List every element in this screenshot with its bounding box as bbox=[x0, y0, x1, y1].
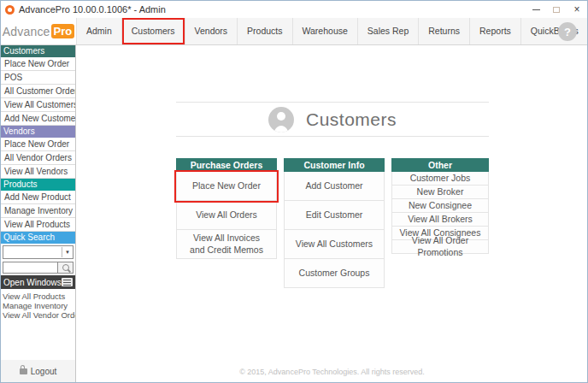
quick-search-header: Quick Search bbox=[1, 232, 75, 244]
column-other: OtherCustomer JobsNew BrokerNew Consigne… bbox=[391, 158, 489, 254]
sidebar-section-header-products: Products bbox=[1, 179, 75, 191]
menu-item-view-all-orders[interactable]: View All Orders bbox=[176, 201, 277, 230]
open-window-manage-inventory[interactable]: Manage Inventory bbox=[3, 301, 75, 310]
close-button[interactable]: × bbox=[567, 1, 587, 18]
column-header-purchase-orders: Purchase Orders bbox=[176, 158, 277, 172]
logo-text: Advance bbox=[3, 25, 50, 38]
column-header-other: Other bbox=[391, 158, 489, 172]
column-header-customer-info: Customer Info bbox=[284, 158, 385, 172]
minimize-button[interactable] bbox=[526, 1, 546, 18]
sidebar-item-all-vendor-orders[interactable]: All Vendor Orders bbox=[1, 151, 75, 165]
sidebar-section-header-customers: Customers bbox=[1, 45, 75, 57]
sidebar-item-manage-inventory[interactable]: Manage Inventory bbox=[1, 204, 75, 218]
main-content: Customers Purchase OrdersPlace New Order… bbox=[77, 45, 587, 382]
menu-columns: Purchase OrdersPlace New OrderView All O… bbox=[176, 158, 489, 288]
nav-item-quickbooks[interactable]: QuickBooks bbox=[521, 18, 588, 44]
open-window-view-all-products[interactable]: View All Products bbox=[3, 292, 75, 301]
window-title: AdvancePro 10.00.0.1006* - Admin bbox=[19, 4, 166, 15]
window-list-icon bbox=[62, 278, 73, 286]
sidebar-item-pos[interactable]: POS bbox=[1, 71, 75, 85]
sidebar-item-place-new-order[interactable]: Place New Order bbox=[1, 138, 75, 151]
sidebar-sections: CustomersPlace New OrderPOSAll Customer … bbox=[1, 45, 75, 232]
menu-item-edit-customer[interactable]: Edit Customer bbox=[284, 201, 385, 230]
maximize-button[interactable] bbox=[546, 1, 567, 18]
logout-button[interactable]: Logout bbox=[1, 360, 75, 382]
nav-item-sales-rep[interactable]: Sales Rep bbox=[358, 18, 419, 44]
sidebar-item-place-new-order[interactable]: Place New Order bbox=[1, 57, 75, 71]
help-icon: ? bbox=[564, 26, 571, 38]
menu-item-new-consignee[interactable]: New Consignee bbox=[391, 199, 489, 213]
sidebar-item-view-all-products[interactable]: View All Products bbox=[1, 218, 75, 232]
nav-item-warehouse[interactable]: Warehouse bbox=[293, 18, 358, 44]
nav-item-reports[interactable]: Reports bbox=[470, 18, 521, 44]
column-customer-info: Customer InfoAdd CustomerEdit CustomerVi… bbox=[284, 158, 385, 288]
customer-avatar-icon bbox=[268, 107, 294, 133]
sidebar-item-add-new-customer[interactable]: Add New Customer bbox=[1, 112, 75, 126]
app-icon bbox=[5, 5, 15, 15]
menu-item-view-all-customers[interactable]: View All Customers bbox=[284, 230, 385, 259]
copyright-footer: © 2015, AdvancePro Technologies. All rig… bbox=[77, 368, 587, 376]
page-title: Customers bbox=[306, 109, 397, 130]
nav-item-vendors[interactable]: Vendors bbox=[185, 18, 238, 44]
sidebar-item-add-new-product[interactable]: Add New Product bbox=[1, 191, 75, 204]
chevron-down-icon: ▼ bbox=[62, 247, 73, 257]
minimize-icon bbox=[532, 9, 540, 10]
open-windows-list: View All ProductsManage InventoryView Al… bbox=[1, 289, 75, 320]
menu-item-customer-jobs[interactable]: Customer Jobs bbox=[391, 172, 489, 186]
search-button[interactable] bbox=[58, 262, 74, 274]
search-icon bbox=[62, 264, 69, 271]
quick-search-input[interactable] bbox=[3, 262, 58, 274]
column-purchase-orders: Purchase OrdersPlace New OrderView All O… bbox=[176, 158, 277, 259]
titlebar: AdvancePro 10.00.0.1006* - Admin × bbox=[1, 1, 587, 18]
menu-item-new-broker[interactable]: New Broker bbox=[391, 186, 489, 199]
app-window: AdvancePro 10.00.0.1006* - Admin × Advan… bbox=[0, 0, 588, 383]
logo-badge: Pro bbox=[51, 24, 75, 38]
open-windows-header: Open Windows bbox=[1, 275, 75, 289]
menu-item-place-new-order[interactable]: Place New Order bbox=[176, 172, 277, 201]
lock-icon bbox=[20, 368, 27, 374]
nav-item-returns[interactable]: Returns bbox=[419, 18, 470, 44]
page-heading: Customers bbox=[176, 102, 489, 137]
menu-item-view-all-brokers[interactable]: View All Brokers bbox=[391, 213, 489, 227]
nav-item-products[interactable]: Products bbox=[238, 18, 292, 44]
menu-item-add-customer[interactable]: Add Customer bbox=[284, 172, 385, 201]
menu-item-view-all-order-promotions[interactable]: View All Order Promotions bbox=[391, 240, 489, 254]
quick-search-category-select[interactable]: ▼ bbox=[3, 245, 74, 259]
sidebar-item-all-customer-orders[interactable]: All Customer Orders bbox=[1, 85, 75, 98]
sidebar-section-header-vendors: Vendors bbox=[1, 126, 75, 138]
app-logo: AdvancePro bbox=[1, 18, 77, 44]
sidebar-item-view-all-vendors[interactable]: View All Vendors bbox=[1, 165, 75, 179]
nav-item-admin[interactable]: Admin bbox=[77, 18, 122, 44]
menu-item-customer-groups[interactable]: Customer Groups bbox=[284, 259, 385, 288]
navbar: AdvancePro AdminCustomersVendorsProducts… bbox=[1, 18, 587, 45]
window-controls: × bbox=[526, 1, 587, 18]
help-button[interactable]: ? bbox=[558, 22, 577, 41]
close-icon: × bbox=[573, 4, 579, 15]
nav-items: AdminCustomersVendorsProductsWarehouseSa… bbox=[77, 18, 588, 44]
open-windows-title: Open Windows bbox=[3, 278, 62, 287]
logout-label: Logout bbox=[31, 367, 57, 376]
open-window-view-all-vendor-orders[interactable]: View All Vendor Orders bbox=[3, 310, 75, 320]
nav-item-customers[interactable]: Customers bbox=[122, 18, 185, 44]
sidebar: CustomersPlace New OrderPOSAll Customer … bbox=[1, 45, 76, 382]
sidebar-item-view-all-customers[interactable]: View All Customers bbox=[1, 98, 75, 112]
maximize-icon bbox=[553, 7, 560, 13]
menu-item-view-all-invoices-and-credit-memos[interactable]: View All Invoices and Credit Memos bbox=[176, 230, 277, 259]
